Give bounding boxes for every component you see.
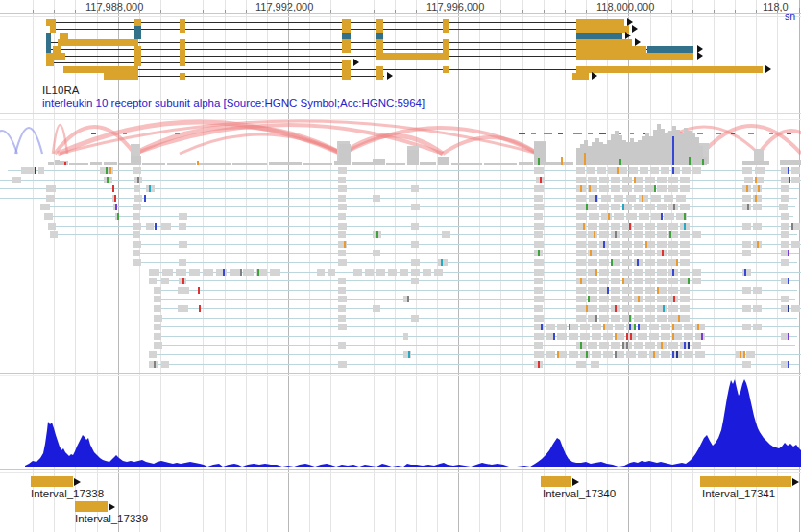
read-block[interactable] xyxy=(684,324,693,330)
read-block[interactable] xyxy=(149,269,159,276)
read-block[interactable] xyxy=(12,177,21,183)
read-block[interactable] xyxy=(682,167,691,174)
read-block[interactable] xyxy=(388,269,397,276)
read-block[interactable] xyxy=(603,351,613,358)
read-block[interactable] xyxy=(317,269,325,276)
read-block[interactable] xyxy=(645,342,655,349)
read-block[interactable] xyxy=(603,333,613,340)
read-block[interactable] xyxy=(781,223,789,230)
read-block[interactable] xyxy=(611,250,620,256)
read-block[interactable] xyxy=(680,177,690,183)
read-block[interactable] xyxy=(657,185,667,192)
read-block[interactable] xyxy=(611,315,620,322)
read-block[interactable] xyxy=(638,333,647,340)
read-block[interactable] xyxy=(661,351,670,358)
read-block[interactable] xyxy=(622,287,632,294)
read-block[interactable] xyxy=(753,223,762,230)
read-block[interactable] xyxy=(668,278,678,284)
read-block[interactable] xyxy=(638,351,647,358)
read-block[interactable] xyxy=(640,167,648,174)
interval-bar[interactable] xyxy=(75,501,108,512)
read-block[interactable] xyxy=(534,213,543,220)
read-block[interactable] xyxy=(791,177,800,183)
read-block[interactable] xyxy=(589,213,599,220)
read-block[interactable] xyxy=(534,223,544,230)
interval-bar[interactable] xyxy=(541,476,571,487)
read-block[interactable] xyxy=(657,296,667,302)
read-block[interactable] xyxy=(649,333,659,340)
read-block[interactable] xyxy=(328,269,335,276)
read-block[interactable] xyxy=(588,204,597,210)
read-block[interactable] xyxy=(411,259,420,266)
read-block[interactable] xyxy=(611,185,620,192)
read-block[interactable] xyxy=(534,296,544,302)
read-block[interactable] xyxy=(629,167,638,174)
read-block[interactable] xyxy=(179,259,186,266)
read-block[interactable] xyxy=(569,333,578,340)
read-block[interactable] xyxy=(534,333,544,340)
read-block[interactable] xyxy=(423,269,431,276)
read-block[interactable] xyxy=(133,204,141,210)
read-block[interactable] xyxy=(645,296,655,302)
read-block[interactable] xyxy=(365,269,374,276)
read-block[interactable] xyxy=(622,231,632,238)
read-block[interactable] xyxy=(661,333,670,340)
read-block[interactable] xyxy=(753,287,762,294)
read-block[interactable] xyxy=(216,269,227,276)
read-block[interactable] xyxy=(338,296,347,302)
read-block[interactable] xyxy=(576,213,587,220)
read-block[interactable] xyxy=(534,305,543,312)
read-block[interactable] xyxy=(611,269,620,276)
read-block[interactable] xyxy=(338,213,346,220)
read-block[interactable] xyxy=(634,231,643,238)
read-block[interactable] xyxy=(668,223,678,230)
read-block[interactable] xyxy=(742,195,751,202)
read-block[interactable] xyxy=(634,287,643,294)
read-block[interactable] xyxy=(645,287,655,294)
read-block[interactable] xyxy=(154,342,162,349)
read-block[interactable] xyxy=(634,204,643,210)
read-block[interactable] xyxy=(634,259,643,266)
read-block[interactable] xyxy=(588,278,597,284)
read-block[interactable] xyxy=(680,259,690,266)
read-block[interactable] xyxy=(684,351,693,358)
read-block[interactable] xyxy=(742,250,751,256)
read-block[interactable] xyxy=(338,177,346,183)
read-block[interactable] xyxy=(338,223,347,230)
read-block[interactable] xyxy=(599,278,609,284)
read-block[interactable] xyxy=(576,195,586,202)
read-block[interactable] xyxy=(611,287,620,294)
read-block[interactable] xyxy=(611,241,620,248)
read-block[interactable] xyxy=(133,241,141,248)
read-block[interactable] xyxy=(634,315,643,322)
read-block[interactable] xyxy=(791,305,800,312)
read-block[interactable] xyxy=(162,269,173,276)
read-block[interactable] xyxy=(338,361,347,368)
read-block[interactable] xyxy=(599,223,609,230)
read-block[interactable] xyxy=(668,287,678,294)
read-block[interactable] xyxy=(634,185,643,192)
interval-bar[interactable] xyxy=(31,476,73,487)
read-block[interactable] xyxy=(680,204,690,210)
read-block[interactable] xyxy=(614,213,624,220)
read-block[interactable] xyxy=(588,287,597,294)
read-block[interactable] xyxy=(657,305,667,312)
read-block[interactable] xyxy=(657,231,667,238)
read-block[interactable] xyxy=(411,278,419,284)
read-block[interactable] xyxy=(154,287,161,294)
read-block[interactable] xyxy=(680,315,690,322)
read-block[interactable] xyxy=(622,250,632,256)
read-block[interactable] xyxy=(742,361,751,368)
read-block[interactable] xyxy=(179,241,187,248)
read-block[interactable] xyxy=(611,342,620,349)
read-block[interactable] xyxy=(133,250,140,256)
read-block[interactable] xyxy=(657,177,667,183)
read-block[interactable] xyxy=(534,315,544,322)
read-block[interactable] xyxy=(338,342,346,349)
read-block[interactable] xyxy=(664,195,673,202)
read-block[interactable] xyxy=(645,278,655,284)
read-block[interactable] xyxy=(178,305,188,312)
read-block[interactable] xyxy=(134,195,142,202)
read-block[interactable] xyxy=(576,269,586,276)
read-block[interactable] xyxy=(742,287,751,294)
